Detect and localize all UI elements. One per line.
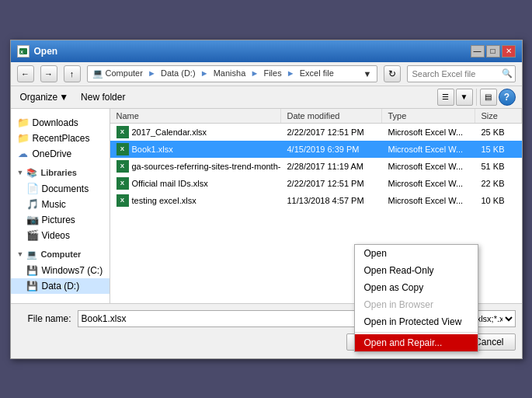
folder-icon: 📷 bbox=[26, 214, 39, 226]
file-date: 4/15/2019 6:39 PM bbox=[281, 144, 382, 155]
file-date: 2/22/2017 12:51 PM bbox=[281, 127, 382, 138]
excel-icon: X bbox=[116, 126, 129, 138]
organize-toolbar: Organize ▼ New folder ☰ ▼ ▤ ? bbox=[11, 86, 522, 109]
sidebar-item-downloads[interactable]: 📁 Downloads bbox=[11, 115, 110, 131]
file-type: Microsoft Excel W... bbox=[382, 195, 475, 206]
table-row[interactable]: X testing excel.xlsx 11/13/2018 4:57 PM … bbox=[110, 192, 522, 209]
table-row[interactable]: X 2017_Calendar.xlsx 2/22/2017 12:51 PM … bbox=[110, 124, 522, 141]
new-folder-label: New folder bbox=[81, 92, 125, 103]
folder-icon: 📁 bbox=[17, 132, 30, 145]
table-row[interactable]: X ga-sources-referring-sites-trend-month… bbox=[110, 158, 522, 175]
table-row[interactable]: X Official mail IDs.xlsx 2/22/2017 12:51… bbox=[110, 175, 522, 192]
dialog-title: Open bbox=[34, 46, 58, 57]
menu-item-open-readonly[interactable]: Open Read-Only bbox=[355, 262, 478, 279]
sidebar-item-pictures[interactable]: 📷 Pictures bbox=[11, 212, 110, 228]
bottom-bar: File name: All Excel Files (*.xl*;*.xlsx… bbox=[11, 303, 522, 358]
expand-icon: ▼ bbox=[17, 250, 24, 258]
forward-button[interactable]: → bbox=[40, 65, 57, 82]
new-folder-button[interactable]: New folder bbox=[78, 90, 128, 104]
file-type: Microsoft Excel W... bbox=[382, 144, 475, 155]
folder-icon: 🎵 bbox=[26, 198, 39, 211]
maximize-button[interactable]: □ bbox=[486, 45, 500, 58]
refresh-button[interactable]: ↻ bbox=[384, 65, 401, 82]
file-size: 10 KB bbox=[475, 195, 522, 206]
file-name: Official mail IDs.xlsx bbox=[132, 179, 208, 188]
table-row[interactable]: X Book1.xlsx 4/15/2019 6:39 PM Microsoft… bbox=[110, 141, 522, 158]
sidebar-item-music[interactable]: 🎵 Music bbox=[11, 197, 110, 212]
computer-icon: 💻 bbox=[26, 250, 37, 260]
menu-item-open-in-browser: Open in Browser bbox=[355, 296, 478, 313]
cloud-icon: ☁ bbox=[17, 148, 30, 160]
sidebar-label-music: Music bbox=[42, 199, 66, 210]
view-dropdown-button[interactable]: ▼ bbox=[456, 89, 473, 106]
col-header-size[interactable]: Size bbox=[475, 109, 522, 123]
breadcrumb[interactable]: 💻 Computer ► Data (D:) ► Manisha ► Files… bbox=[87, 65, 377, 82]
col-header-date[interactable]: Date modified bbox=[281, 109, 382, 123]
cancel-label: Cancel bbox=[475, 337, 503, 347]
file-name: ga-sources-referring-sites-trend-month-.… bbox=[132, 162, 281, 171]
back-button[interactable]: ← bbox=[17, 65, 34, 82]
breadcrumb-dropdown-icon[interactable]: ▼ bbox=[363, 69, 372, 79]
title-controls: — □ ✕ bbox=[471, 45, 516, 58]
sidebar-item-recentplaces[interactable]: 📁 RecentPlaces bbox=[11, 131, 110, 146]
folder-icon: 🎬 bbox=[26, 229, 39, 242]
sidebar-item-videos[interactable]: 🎬 Videos bbox=[11, 228, 110, 243]
filename-label: File name: bbox=[17, 313, 71, 324]
file-size: 15 KB bbox=[475, 144, 522, 155]
computer-header: ▼ 💻 Computer bbox=[11, 246, 110, 263]
sidebar-label-pictures: Pictures bbox=[42, 215, 75, 225]
close-button[interactable]: ✕ bbox=[502, 45, 516, 58]
minimize-button[interactable]: — bbox=[471, 45, 485, 58]
title-bar: X Open — □ ✕ bbox=[11, 40, 522, 62]
breadcrumb-text: 💻 Computer ► Data (D:) ► Manisha ► Files… bbox=[92, 68, 334, 79]
help-button[interactable]: ? bbox=[499, 89, 516, 106]
view-controls: ☰ ▼ ▤ ? bbox=[437, 89, 516, 106]
file-date: 2/28/2017 11:19 AM bbox=[281, 161, 382, 172]
excel-icon: X bbox=[116, 160, 129, 173]
sidebar-label-datad: Data (D:) bbox=[42, 281, 80, 292]
preview-button[interactable]: ▤ bbox=[480, 89, 497, 106]
organize-button[interactable]: Organize ▼ bbox=[17, 90, 72, 104]
menu-item-open[interactable]: Open bbox=[355, 245, 478, 262]
file-size: 22 KB bbox=[475, 178, 522, 189]
sidebar-label-recentplaces: RecentPlaces bbox=[33, 133, 90, 144]
view-list-button[interactable]: ☰ bbox=[437, 89, 454, 106]
separator bbox=[476, 89, 477, 106]
file-name: 2017_Calendar.xlsx bbox=[132, 127, 207, 137]
svg-text:X: X bbox=[20, 50, 23, 54]
excel-icon: X bbox=[116, 143, 129, 155]
sidebar-libraries: ▼ 📚 Libraries 📄 Documents 🎵 Music 📷 Pict… bbox=[11, 165, 110, 243]
open-dropdown-menu: Open Open Read-Only Open as Copy Open in… bbox=[354, 244, 478, 352]
sidebar-item-documents[interactable]: 📄 Documents bbox=[11, 181, 110, 197]
menu-item-open-as-copy[interactable]: Open as Copy bbox=[355, 279, 478, 296]
file-list-header: Name Date modified Type Size bbox=[110, 109, 522, 124]
sidebar-item-onedrive[interactable]: ☁ OneDrive bbox=[11, 146, 110, 162]
sidebar-label-videos: Videos bbox=[42, 230, 70, 241]
up-button[interactable]: ↑ bbox=[64, 65, 81, 82]
file-type: Microsoft Excel W... bbox=[382, 161, 475, 172]
sidebar-label-downloads: Downloads bbox=[33, 117, 78, 128]
search-icon: 🔍 bbox=[502, 68, 513, 79]
file-type: Microsoft Excel W... bbox=[382, 178, 475, 189]
computer-label: Computer bbox=[40, 250, 81, 259]
col-header-name[interactable]: Name bbox=[110, 109, 281, 123]
sidebar-item-datad[interactable]: 💾 Data (D:) bbox=[11, 278, 110, 294]
menu-item-open-protected[interactable]: Open in Protected View bbox=[355, 313, 478, 330]
excel-icon: X bbox=[116, 194, 129, 207]
filename-input[interactable] bbox=[78, 310, 385, 327]
folder-icon: 📄 bbox=[26, 183, 39, 195]
sidebar-label-windows7: Windows7 (C:) bbox=[42, 265, 103, 276]
menu-item-open-repair[interactable]: Open and Repair... bbox=[355, 334, 478, 351]
search-input[interactable] bbox=[407, 65, 516, 82]
sidebar-item-windows7[interactable]: 💾 Windows7 (C:) bbox=[11, 263, 110, 278]
file-size: 25 KB bbox=[475, 127, 522, 138]
navigation-toolbar: ← → ↑ 💻 Computer ► Data (D:) ► Manisha ►… bbox=[11, 62, 522, 86]
libraries-header: ▼ 📚 Libraries bbox=[11, 165, 110, 181]
sidebar-computer: ▼ 💻 Computer 💾 Windows7 (C:) 💾 Data (D:) bbox=[11, 246, 110, 294]
drive-icon: 💾 bbox=[26, 264, 39, 277]
expand-icon: ▼ bbox=[17, 169, 24, 176]
col-header-type[interactable]: Type bbox=[382, 109, 475, 123]
sidebar-label-onedrive: OneDrive bbox=[33, 148, 72, 159]
libraries-label: Libraries bbox=[40, 168, 76, 177]
search-wrapper: 🔍 bbox=[407, 65, 516, 82]
